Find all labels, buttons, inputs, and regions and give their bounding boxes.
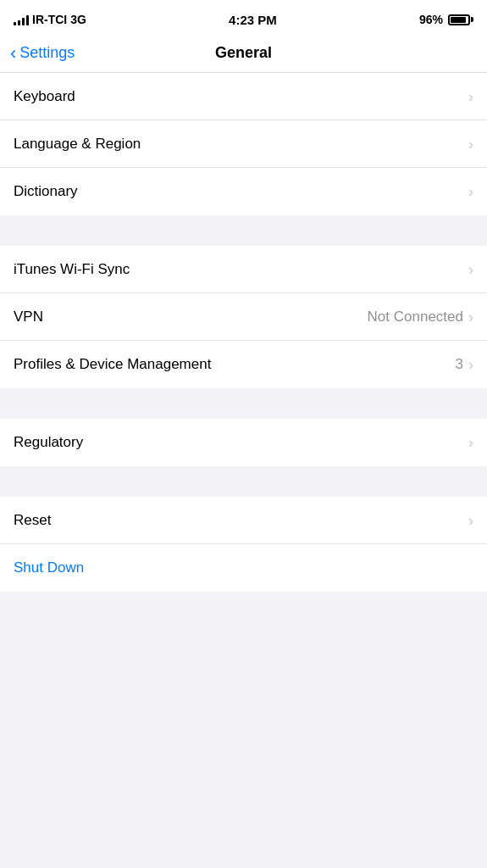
section-group-2: iTunes Wi-Fi Sync › VPN Not Connected › … <box>0 246 487 388</box>
chevron-right-icon: › <box>468 357 473 372</box>
status-left: IR-TCI 3G <box>14 13 86 26</box>
battery-icon <box>448 14 473 25</box>
battery-percent-label: 96% <box>419 13 443 26</box>
shut-down-label: Shut Down <box>14 559 84 576</box>
section-spacer-3 <box>0 466 487 497</box>
vpn-row[interactable]: VPN Not Connected › <box>0 293 487 341</box>
signal-bars-icon <box>14 14 29 25</box>
profiles-device-mgmt-label: Profiles & Device Management <box>14 356 211 373</box>
chevron-right-icon: › <box>468 136 473 152</box>
chevron-right-icon: › <box>468 513 473 528</box>
keyboard-row[interactable]: Keyboard › <box>0 73 487 120</box>
chevron-right-icon: › <box>468 435 473 450</box>
section-spacer-1 <box>0 215 487 246</box>
chevron-right-icon: › <box>468 262 473 277</box>
vpn-status-value: Not Connected <box>368 309 463 326</box>
language-region-row[interactable]: Language & Region › <box>0 120 487 168</box>
vpn-label: VPN <box>14 309 43 326</box>
page-title: General <box>215 44 272 62</box>
reset-label: Reset <box>14 512 51 529</box>
regulatory-row[interactable]: Regulatory › <box>0 419 487 466</box>
regulatory-label: Regulatory <box>14 434 83 451</box>
status-bar: IR-TCI 3G 4:23 PM 96% <box>0 0 487 37</box>
section-group-3: Regulatory › <box>0 419 487 466</box>
nav-header: ‹ Settings General <box>0 37 487 73</box>
chevron-right-icon: › <box>468 309 473 325</box>
status-right: 96% <box>419 13 473 26</box>
section-group-1: Keyboard › Language & Region › Dictionar… <box>0 73 487 215</box>
back-chevron-icon: ‹ <box>10 44 16 63</box>
back-button[interactable]: ‹ Settings <box>10 44 75 63</box>
itunes-wifi-sync-row[interactable]: iTunes Wi-Fi Sync › <box>0 246 487 293</box>
network-type-label: 3G <box>70 13 86 26</box>
keyboard-label: Keyboard <box>14 88 75 105</box>
chevron-right-icon: › <box>468 184 473 199</box>
shut-down-row[interactable]: Shut Down <box>0 544 487 592</box>
itunes-wifi-sync-label: iTunes Wi-Fi Sync <box>14 261 130 278</box>
dictionary-label: Dictionary <box>14 183 78 200</box>
reset-row[interactable]: Reset › <box>0 497 487 544</box>
profiles-device-mgmt-row[interactable]: Profiles & Device Management 3 › <box>0 341 487 388</box>
dictionary-row[interactable]: Dictionary › <box>0 168 487 215</box>
section-group-4: Reset › Shut Down <box>0 497 487 592</box>
profiles-badge: 3 <box>456 356 463 373</box>
chevron-right-icon: › <box>468 89 473 104</box>
language-region-label: Language & Region <box>14 136 141 153</box>
section-spacer-2 <box>0 388 487 419</box>
back-label: Settings <box>19 44 75 62</box>
time-label: 4:23 PM <box>229 13 277 27</box>
carrier-label: IR-TCI <box>32 13 67 26</box>
